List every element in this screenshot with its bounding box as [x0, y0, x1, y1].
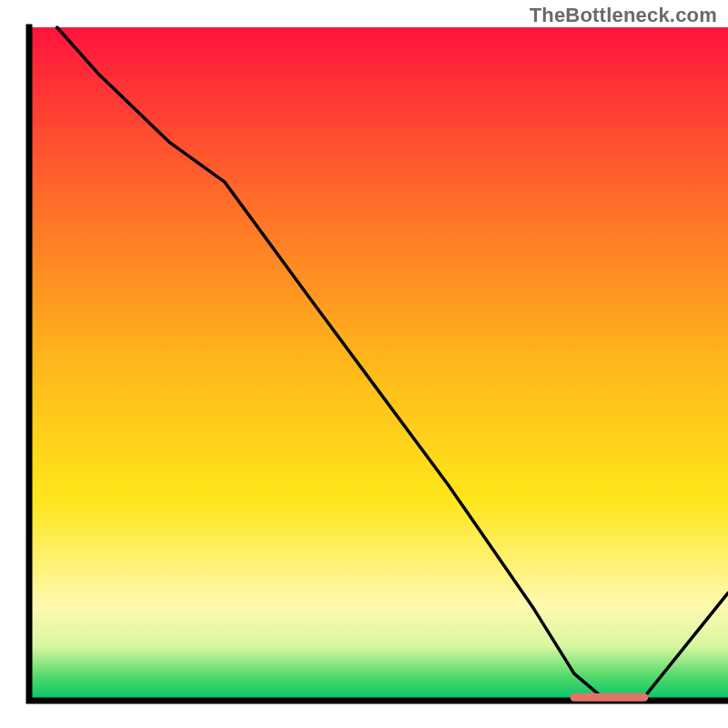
- bottleneck-chart: [0, 0, 728, 728]
- plot-background: [29, 27, 728, 701]
- chart-container: TheBottleneck.com: [0, 0, 728, 728]
- watermark-text: TheBottleneck.com: [530, 4, 717, 27]
